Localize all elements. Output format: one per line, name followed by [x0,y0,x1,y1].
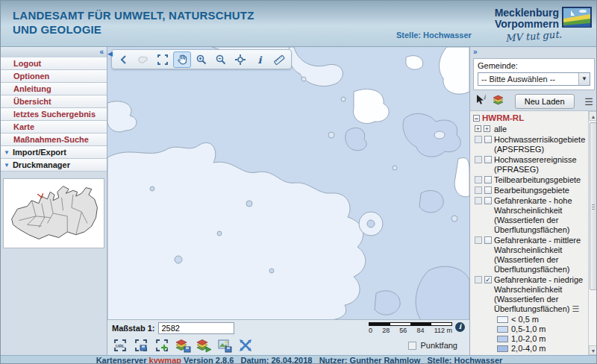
layer-visible-checkbox[interactable] [484,236,492,244]
tree-row: Gefahrenkarte - mittlere Wahrscheinlichk… [473,236,587,274]
full-extent-button[interactable] [154,51,172,68]
sidebar: « Logout Optionen Anleitung Übersicht le… [1,47,107,355]
layer-query-checkbox[interactable] [475,276,482,283]
layers-icon[interactable] [492,94,504,109]
measure-tool-button[interactable] [270,51,288,68]
layer-legend: < 0,5 m 0,5-1,0 m 1,0-2,0 m 2,0-4,0 m > … [497,315,587,355]
layer-query-checkbox[interactable] [475,156,482,163]
map-canvas[interactable] [107,47,469,319]
flood-map-image [107,47,469,319]
collapse-right-icon: » [473,48,478,56]
info-tool-button[interactable]: i [251,51,269,68]
recenter-button[interactable] [231,51,249,68]
legend-item: 0,5-1,0 m [497,324,587,334]
sidebar-collapse-handle-icon[interactable]: ◀ [107,50,113,57]
sidebar-item-massnahmen-suche[interactable]: Maßnahmen-Suche [1,134,107,146]
legend-swatch [497,336,508,342]
panel-collapse-button[interactable]: » [470,47,597,57]
zoom-out-button[interactable] [212,51,230,68]
load-layers-button[interactable] [196,337,212,354]
expand-node-icon[interactable]: + [484,125,490,132]
overview-map[interactable] [3,178,104,248]
export-image-button[interactable] [216,337,233,354]
mv-state-outline [5,181,104,246]
punktfang-control[interactable]: Punktfang [408,341,457,350]
legend-swatch [497,316,508,323]
sidebar-item-letztes-suchergebnis[interactable]: letztes Suchergebnis [1,108,107,121]
sidebar-collapse-button[interactable]: « [1,47,107,57]
scale-label: Maßstab 1: [112,324,154,333]
tree-row: Gefahrenkarte - hohe Wahrscheinlichkeit … [473,196,587,235]
layer-legend-menu-icon[interactable]: ☰ [572,304,580,313]
zoom-in-button[interactable] [193,51,210,68]
expand-node-icon[interactable]: + [475,125,481,132]
pan-tool-button[interactable] [173,51,191,68]
back-extent-button[interactable] [115,51,133,68]
save-layers-button[interactable] [175,337,191,354]
brand-slogan: MV tut gut. [505,28,563,43]
layer-query-checkbox[interactable] [475,136,482,143]
legend-item: 1,0-2,0 m [497,334,587,344]
scalebar-info-icon[interactable]: i [455,322,465,332]
panel-menu-icon[interactable]: ☰ [584,96,593,107]
collapse-node-icon[interactable]: − [473,115,480,122]
gemeinde-box: Gemeinde: -- Bitte Auswählen -- ▼ [473,58,595,90]
tree-row: Hochwasserrisikogebiete (APSFRSEG) [473,135,587,154]
sidebar-item-uebersicht[interactable]: Übersicht [1,95,107,108]
sidebar-group-import-export[interactable]: ▼Import/Export [1,146,107,159]
fit-extent-button[interactable] [237,337,254,354]
stelle-label: Stelle: Hochwasser [396,31,472,40]
map-actions-bar: URL Punktfang [107,336,469,355]
save-extent-button[interactable] [133,337,149,354]
scale-input[interactable] [158,322,234,334]
layer-query-checkbox[interactable] [475,186,482,194]
layer-visible-checkbox[interactable] [484,136,492,143]
tree-row: Teilbearbeitungsgebiete [473,175,587,185]
layer-visible-checkbox[interactable] [484,156,492,163]
scalebar: 0 28 56 84 112 m [369,322,452,334]
scroll-down-icon[interactable]: ▼ [589,345,597,355]
map-toolbar: i [111,49,292,69]
collapse-left-icon: « [99,48,104,56]
punktfang-label: Punktfang [420,341,457,350]
footer-app-name: kvwmap [149,356,181,364]
footer-info: Version 2.8.6 Datum: 26.04.2018 Nutzer: … [181,356,502,364]
share-url-button[interactable]: URL [112,337,128,354]
layer-query-checkbox[interactable] [475,236,482,244]
gemeinde-label: Gemeinde: [478,61,590,70]
reload-button[interactable]: Neu Laden [515,94,575,109]
sidebar-item-anleitung[interactable]: Anleitung [1,83,107,95]
layer-visible-checkbox[interactable]: ✓ [484,276,492,283]
layer-query-checkbox[interactable] [475,176,482,183]
layer-visible-checkbox[interactable] [484,176,492,183]
tree-row: Bearbeitungsgebiete [473,186,587,195]
layer-query-checkbox[interactable] [475,197,482,204]
map-column: ◀ [107,47,469,355]
sidebar-item-optionen[interactable]: Optionen [1,70,107,83]
sidebar-item-logout[interactable]: Logout [1,57,107,70]
chevron-down-icon: ▼ [4,147,10,159]
gemeinde-select[interactable]: -- Bitte Auswählen -- ▼ [478,72,590,86]
tree-row: Hochwasserereignisse (PFRASEG) [473,155,587,175]
sidebar-group-druckmanager[interactable]: ▼Druckmanager [1,159,107,172]
scroll-up-icon[interactable]: ▲ [589,111,597,121]
footer-prefix: Kartenserver [96,356,149,364]
legend-swatch [497,345,508,352]
layer-visible-checkbox[interactable] [484,197,492,204]
brand-name: Mecklenburg Vorpommern [495,7,559,30]
sidebar-item-karte[interactable]: Karte [1,121,107,134]
tree-scrollbar[interactable]: ▲ ▼ [588,111,597,355]
layer-tree: − HWRM-RL + + alle Hochwasserrisikogebie… [470,111,588,355]
svg-text:i: i [258,54,263,66]
svg-text:i: i [484,94,486,101]
add-extent-button[interactable] [154,337,170,354]
layer-panel: » Gemeinde: -- Bitte Auswählen -- ▼ i Ne… [469,47,597,355]
tree-root-row[interactable]: − HWRM-RL [473,113,587,123]
punktfang-checkbox[interactable] [408,342,416,350]
layer-tree-wrap: − HWRM-RL + + alle Hochwasserrisikogebie… [470,110,597,355]
page-title: LANDESAMT FÜR UMWELT, NATURSCHUTZ UND GE… [13,8,254,37]
scrollbar-thumb[interactable] [590,122,597,290]
layer-visible-checkbox[interactable] [484,186,492,194]
tree-row-active-layer: ✓ Gefahrenkarte - niedrige Wahrscheinlic… [473,275,587,314]
identify-cursor-icon[interactable]: i [475,94,486,109]
